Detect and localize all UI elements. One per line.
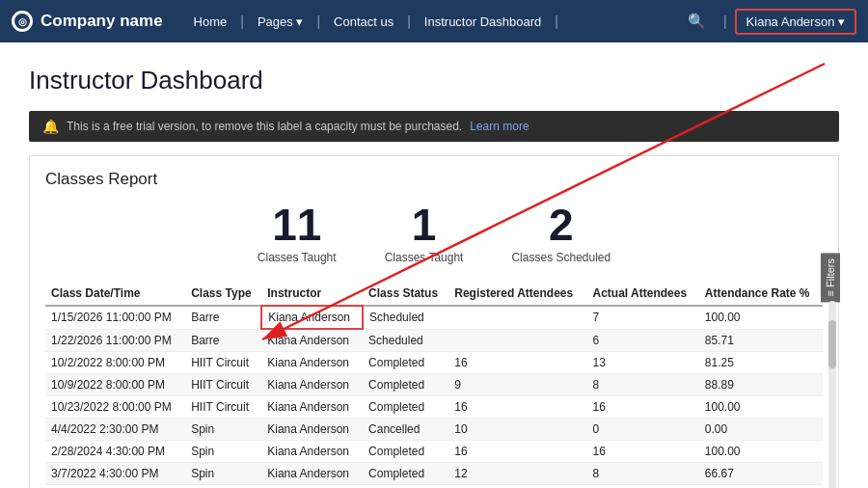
brand-name: Company name [41,12,163,31]
navbar: ◎ Company name Home | Pages ▾ | Contact … [0,0,868,42]
table-row: 1/22/2026 11:00:00 PMBarreKiana Anderson… [45,329,823,352]
stats-row: 11 Classes Taught 1 Classes Taught 2 Cla… [45,203,823,264]
table-cell: HIIT Circuit [185,396,261,419]
table-header: Class Date/Time Class Type Instructor Cl… [45,282,823,306]
search-icon[interactable]: 🔍 [688,13,706,30]
table-cell: 2/28/2024 4:30:00 PM [45,441,185,463]
nav-contact[interactable]: Contact us [320,0,407,42]
table-row: 1/15/2026 11:00:00 PMBarreKiana Anderson… [45,306,823,329]
stat-number-11: 11 [258,203,337,247]
main-content: Instructor Dashboard 🔔 This is a free tr… [0,42,868,488]
table-cell: Completed [363,374,448,396]
table-cell: Spin [185,463,261,485]
table-cell: 1/15/2026 11:00:00 PM [45,306,185,329]
page-title: Instructor Dashboard [29,66,839,95]
col-type: Class Type [185,282,261,306]
table-cell: Barre [185,306,261,329]
nav-instructor-dashboard[interactable]: Instructor Dashboard [411,0,555,42]
table-cell: Completed [363,352,448,374]
table-cell: 8 [587,374,699,396]
table-cell: 16 [448,441,586,463]
user-name: Kiana Anderson ▾ [746,14,845,29]
table-cell: Kiana Anderson [261,485,363,489]
table-row: 2/28/2024 4:30:00 PMSpinKiana AndersonCo… [45,441,823,463]
table-cell: 100.00 [699,396,823,419]
table-cell: Scheduled [363,306,448,329]
table-cell: 4/4/2022 2:30:00 PM [45,419,185,441]
table-cell: 10/23/2022 8:00:00 PM [45,396,185,419]
table-cell: Kiana Anderson [261,419,363,441]
stat-1: 1 Classes Taught [385,203,464,264]
table-cell: Kiana Anderson [261,329,363,352]
table-cell: Completed [363,441,448,463]
col-datetime: Class Date/Time [45,282,185,306]
filters-tab[interactable]: ≡ Filters [821,253,840,302]
user-menu-button[interactable]: Kiana Anderson ▾ [735,9,856,35]
table-cell: 10/2/2022 8:00:00 PM [45,352,185,374]
table-scroll-area: Class Date/Time Class Type Instructor Cl… [45,282,823,488]
table-cell: HIIT Circuit [185,352,261,374]
table-cell: Completed [363,485,448,489]
table-row: 10/9/2022 8:00:00 PMHIIT CircuitKiana An… [45,374,823,396]
nav-home[interactable]: Home [180,0,241,42]
table-body: 1/15/2026 11:00:00 PMBarreKiana Anderson… [45,306,823,488]
table-cell: Kiana Anderson [261,352,363,374]
table-cell: 0 [587,419,699,441]
table-cell: 100.00 [699,441,823,463]
brand-icon: ◎ [12,11,33,32]
stat-number-2: 2 [511,203,610,247]
col-instructor: Instructor [261,282,363,306]
table-cell: 6 [587,329,699,352]
learn-more-link[interactable]: Learn more [470,120,529,133]
table-cell: 9 [448,374,586,396]
table-cell: 100.00 [699,306,823,329]
table-cell: 85.71 [699,329,823,352]
filters-label: Filters [825,258,836,287]
table-cell: Barre [185,329,261,352]
col-actual: Actual Attendees [587,282,699,306]
table-row: 10/23/2022 8:00:00 PMHIIT CircuitKiana A… [45,396,823,419]
col-status: Class Status [363,282,448,306]
filters-icon: ≡ [825,290,836,296]
trial-message: This is a free trial version, to remove … [67,120,462,133]
brand: ◎ Company name [12,11,163,32]
table-cell: Spin [185,485,261,489]
table-cell: Kiana Anderson [261,441,363,463]
table-cell: Completed [363,396,448,419]
table-cell: 16 [587,396,699,419]
table-cell: HIIT Circuit [185,374,261,396]
table-row: 3/14/2022 2:30:00 PMSpinKiana AndersonCo… [45,485,823,489]
table-cell: Cancelled [363,419,448,441]
stat-label-11: Classes Taught [258,251,337,264]
nav-links: Home | Pages ▾ | Contact us | Instructor… [180,0,678,42]
table-cell: 7 [587,306,699,329]
table-cell: 66.67 [699,463,823,485]
table-cell: 12 [448,463,586,485]
table-cell: 10 [448,419,586,441]
table-cell: 10/9/2022 8:00:00 PM [45,374,185,396]
trial-banner: 🔔 This is a free trial version, to remov… [29,111,839,142]
report-title: Classes Report [45,170,823,189]
table-cell: Spin [185,441,261,463]
stat-label-2: Classes Scheduled [511,251,610,264]
table-cell: 16 [448,485,586,489]
table-cell: Completed [363,463,448,485]
nav-sep-5: | [723,14,727,29]
scrollbar-thumb[interactable] [828,320,836,368]
stat-2: 2 Classes Scheduled [511,203,610,264]
table-row: 4/4/2022 2:30:00 PMSpinKiana AndersonCan… [45,419,823,441]
table-cell: Kiana Anderson [261,463,363,485]
table-cell: 93.75 [699,485,823,489]
col-rate: Attendance Rate % [699,282,823,306]
table-cell: Kiana Anderson [261,396,363,419]
stat-number-1: 1 [385,203,464,247]
table-cell: 3/14/2022 2:30:00 PM [45,485,185,489]
table-cell: 16 [448,352,586,374]
table-cell: Scheduled [363,329,448,352]
scrollbar-track[interactable] [828,301,836,488]
table-cell: 81.25 [699,352,823,374]
stat-11: 11 Classes Taught [258,203,337,264]
table-cell: 3/7/2022 4:30:00 PM [45,463,185,485]
table-cell: 1/22/2026 11:00:00 PM [45,329,185,352]
nav-pages[interactable]: Pages ▾ [244,0,316,42]
